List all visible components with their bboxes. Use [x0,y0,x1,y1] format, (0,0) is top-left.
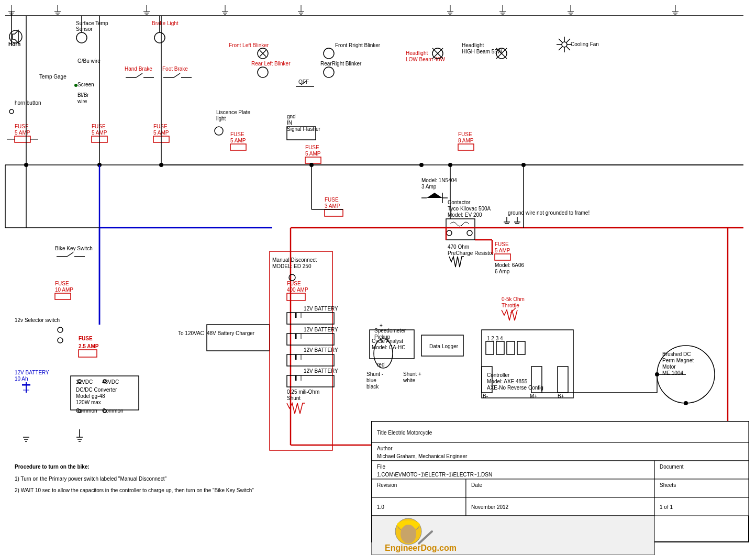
svg-text:black: black [366,384,379,390]
svg-text:wire: wire [77,98,87,104]
fuse-5amp-1-label: FUSE [15,124,29,129]
svg-text:8 AMP: 8 AMP [458,138,474,143]
svg-text:10 AMP: 10 AMP [55,287,73,293]
horn-button-label: horn button [15,100,41,106]
cycle-analyst-label: Cycle Analyst [372,338,403,344]
document-label: Document [660,464,684,470]
svg-text:5 AMP: 5 AMP [15,130,30,136]
fuse-5amp-5-label: FUSE [305,145,319,150]
off-label: OFF [298,79,309,85]
selector-12v-label: 12v Selector switch [15,317,60,323]
fuse-400amp-label: FUSE [287,281,301,286]
hand-brake-label: Hand Brake [125,66,152,72]
svg-text:Tyco Kilovac 500A: Tyco Kilovac 500A [448,206,491,212]
surface-temp-sensor-label: Surface Temp [76,20,108,26]
svg-text:light: light [216,116,226,121]
svg-text:PreCharge Resistor: PreCharge Resistor [448,250,494,256]
svg-text:2.5 AMP: 2.5 AMP [79,343,99,349]
fuse-25amp-label: FUSE [79,336,93,341]
motor-label: Brushed DC [662,351,691,357]
date-label: Date [471,482,483,488]
title-box-label: Title Electric Motorcycle [377,430,432,436]
procedure-2-label: 2) WAIT 10 sec to allow the capacitors i… [15,487,254,493]
svg-text:6 Amp: 6 Amp [495,269,510,274]
data-logger-label: Data Logger [429,343,459,349]
battery-12v-1-label: 12V BATTERY [304,306,338,312]
diode-model-label: Model: 1N5404 [421,177,457,183]
fuse-5amp-3-label: FUSE [153,124,168,129]
shunt-025-label: 0.25 mili-Ohm [287,389,319,395]
brake-light-label: Brake Light [152,20,179,26]
cooling-fan-label: Cooling Fan [571,41,599,47]
foot-brake-label: Foot Brake [162,66,188,72]
battery-12v-4-label: 12V BATTERY [304,368,338,374]
front-left-blinker-label: Front Left Blinker [229,42,269,48]
fuse-3amp-label: FUSE [325,197,339,203]
fuse-8amp-label: FUSE [458,131,472,137]
shunt-blue-black-label: Shunt - [366,371,383,377]
svg-text:5 AMP: 5 AMP [305,151,321,157]
precharge-resistor-label: 470 Ohm [448,244,469,250]
svg-text:ME 1004: ME 1004 [662,370,683,376]
svg-point-52 [74,84,77,87]
sheets-val-label: 1 of 1 [660,504,673,510]
dcdc-converter-label: DC/DC Converter [76,387,117,393]
fuse-5amp-2-label: FUSE [92,124,106,129]
fuse-5amp-4-label: FUSE [230,131,244,137]
headlight-high-label: Headlight [462,42,484,48]
file-path-label: 1.COM\EVMOTO~1\ELECTR~1\ELECTR~1.DSN [377,472,492,478]
b-minus-label: B- [483,393,488,399]
fuse-5amp-6-label: FUSE [495,241,509,247]
author-label: Author [377,446,393,451]
battery-12v-2-label: 12V BATTERY [304,327,338,332]
engineerdog-logo: EngineerDog.com [385,543,457,552]
svg-text:MODEL: ED 250: MODEL: ED 250 [272,263,312,269]
screen-label: Screen [77,82,94,87]
battery-12v-3-label: 12V BATTERY [304,347,338,353]
svg-text:Sensor: Sensor [76,26,93,32]
to-120vac-label: To 120VAC [178,330,204,336]
svg-text:Perm Magnet: Perm Magnet [662,358,694,363]
svg-text:3 Amp: 3 Amp [421,184,437,190]
svg-rect-222 [466,479,654,497]
fuse-6amp-model-label: Model: 6A06 [495,262,525,268]
headlight-low-label: Headlight [406,50,428,56]
svg-point-231 [401,525,416,543]
ground-wire-note-label: ground wire not grounded to frame! [508,210,590,216]
controller-model-label: Controller [487,372,510,378]
svg-text:400 AMP: 400 AMP [287,287,308,293]
file-label: File [377,464,386,470]
manual-disconnect-label: Manual Disconnect [272,257,317,263]
procedure-title-label: Procedure to turn on the bike: [15,464,90,470]
svg-rect-224 [372,497,466,516]
svg-text:Motor: Motor [662,364,676,370]
svg-text:Model: AXE 4855: Model: AXE 4855 [487,379,528,384]
sheets-label: Sheets [660,482,676,488]
diagram-container: Horn Surface Temp Sensor Brake Light Han… [0,0,756,555]
svg-text:3 AMP: 3 AMP [325,203,340,209]
contactor-label: Contactor [448,199,471,205]
svg-text:gnd: gnd [287,114,296,119]
rear-right-blinker-label: RearRight Blinker [320,61,362,66]
licence-plate-light-label: Liscence Plate [216,109,250,115]
gbu-wire-label: G/Bu wire [77,58,101,64]
svg-text:Model: EV 200: Model: EV 200 [448,212,482,218]
speedometer-pickup-label: Speedometer [374,328,406,334]
svg-point-75 [562,42,567,47]
svg-text:Model gg-48: Model gg-48 [76,393,105,399]
svg-text:120W max: 120W max [76,399,101,405]
svg-text:blue: blue [366,378,376,383]
svg-point-213 [684,401,688,405]
date-val-label: November 2012 [471,504,509,510]
m-label: M+ [530,393,537,399]
svg-text:5 AMP: 5 AMP [495,248,510,253]
svg-text:Model: CA-HC: Model: CA-HC [372,345,405,350]
svg-text:red: red [377,362,384,368]
battery-12v-main-label: 12V BATTERY [15,370,49,375]
svg-text:5 AMP: 5 AMP [230,138,246,143]
throttle-label: 0-5k Ohm [502,296,525,302]
front-right-blinker-label: Front Rright Blinker [335,42,381,48]
revision-label: Revision [377,482,397,488]
svg-text:Throttle: Throttle [502,303,519,308]
shunt-plus-white-label: Shunt + [403,371,421,377]
